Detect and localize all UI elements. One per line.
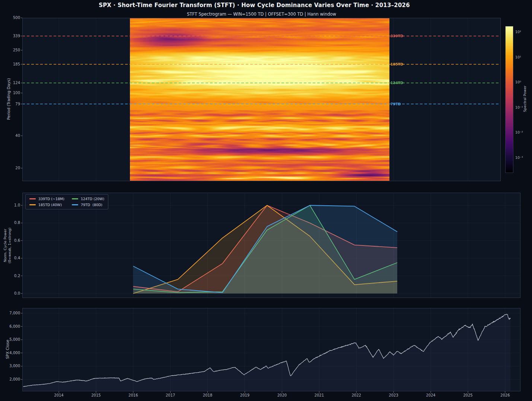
year-tick-label: 2020 [274,393,289,397]
cycle-line-label-185td: 185TD [391,62,403,66]
year-tick-label: 2014 [51,393,66,397]
cycle-line-label-339td: 339TD [391,34,403,38]
period-tick-label: 20 [7,166,20,170]
period-tick-label: 100 [7,91,20,95]
spx-panel [22,308,520,391]
cycle-tick-label: 0.8 [10,221,20,225]
year-tick-label: 2026 [498,393,513,397]
cycle-tick-label: 0.4 [10,256,20,260]
cycle-line-label-124td: 124TD [391,81,403,85]
spx-tick-label: 7,000 [5,311,20,315]
legend-item-79td: 79TD (80D) [72,203,104,207]
legend-line-swatch [29,204,36,205]
figure: SPX · Short-Time Fourier Transform (STFT… [0,0,532,401]
y-axis-label-spx: SPX Close [5,331,10,368]
colorbar-tick-label: 10⁰ [515,80,521,84]
y-axis-label-cycle-power-line2: (0=weak, 1=strong) [7,221,12,270]
legend-label: 339TD (~18M) [38,197,64,201]
spx-tick-label: 6,000 [5,324,20,328]
legend-label: 124TD (20W) [81,197,104,201]
legend-line-swatch [72,204,78,205]
year-tick-label: 2025 [461,393,475,397]
spx-tick-label: 4,000 [5,351,20,355]
period-tick-label: 124 [7,81,20,85]
legend-line-swatch [29,198,36,199]
period-tick-label: 339 [7,34,20,38]
colorbar-tick-label: 10⁻³ [515,155,523,160]
spx-tick-label: 3,000 [5,364,20,368]
year-tick-label: 2016 [126,393,141,397]
legend-label: 185TD (40W) [38,203,62,207]
year-tick-label: 2023 [386,393,401,397]
colorbar-tick-label: 10⁻² [515,130,523,134]
legend-item-185td: 185TD (40W) [29,203,64,207]
legend-item-339td: 339TD (~18M) [29,197,64,201]
period-tick-label: 250 [7,48,20,52]
y-axis-label-period: Period (Trading Days) [6,69,11,129]
colorbar-tick-label: 10¹ [515,55,521,59]
year-tick-label: 2021 [312,393,326,397]
year-tick-label: 2017 [163,393,178,397]
period-tick-label: 185 [7,62,20,66]
legend-label: 79TD (80D) [81,203,102,207]
year-tick-label: 2019 [238,393,252,397]
legend-line-swatch [72,198,78,199]
legend: 339TD (~18M)124TD (20W)185TD (40W)79TD (… [25,194,108,209]
spx-tick-label: 5,000 [5,337,20,341]
y-axis-label-cycle-power-line1: Norm. Cycle Power [3,221,7,270]
cycle-tick-label: 0.2 [10,274,20,278]
period-tick-label: 79 [7,102,20,106]
colorbar-tick-label: 10² [515,30,521,34]
cycle-tick-label: 1.0 [10,203,20,207]
period-tick-label: 500 [7,16,20,20]
year-tick-label: 2022 [349,393,364,397]
cycle-tick-label: 0.6 [10,238,20,243]
colorbar [505,26,513,173]
year-tick-label: 2018 [200,393,215,397]
cycle-line-label-79td: 79TD [391,102,401,106]
colorbar-label: Spectral Power [523,77,527,121]
year-tick-label: 2015 [89,393,103,397]
chart-title: SPX · Short-Time Fourier Transform (STFT… [0,2,509,9]
y-axis-label-cycle-power: Norm. Cycle Power (0=weak, 1=strong) [3,221,12,270]
cycle-tick-label: 0.0 [10,291,20,295]
legend-item-124td: 124TD (20W) [72,197,104,201]
spectrogram-overlay: 339TD185TD124TD79TD [22,18,501,181]
chart-subtitle: STFT Spectrogram — WIN=1500 TD | OFFSET=… [22,12,501,17]
year-tick-label: 2024 [423,393,438,397]
colorbar-tick-label: 10⁻¹ [515,105,523,109]
period-tick-label: 40 [7,134,20,138]
spx-tick-label: 2,000 [5,377,20,381]
